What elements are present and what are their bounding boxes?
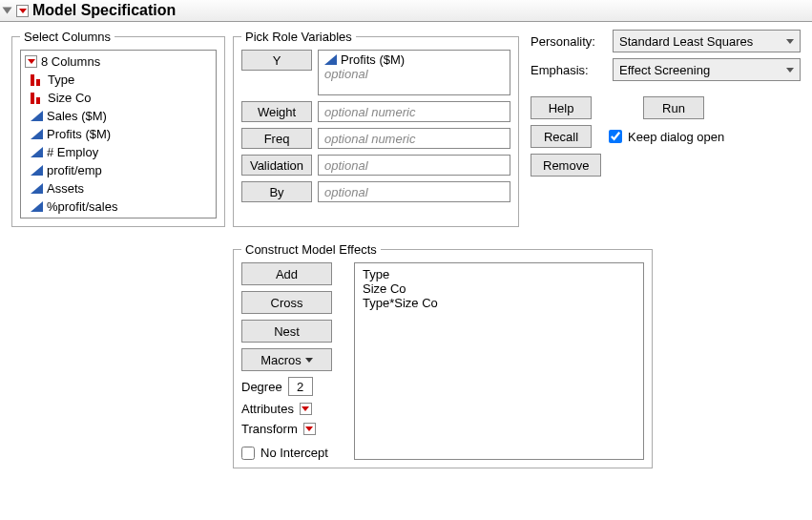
- emphasis-label: Emphasis:: [531, 63, 605, 77]
- continuous-icon: [31, 129, 43, 139]
- column-item-label: # Employ: [47, 145, 98, 159]
- weight-role-field[interactable]: optional numeric: [318, 101, 510, 122]
- disclosure-triangle-icon[interactable]: [3, 8, 12, 14]
- transform-menu-icon[interactable]: [303, 423, 316, 435]
- freq-role-field[interactable]: optional numeric: [318, 128, 510, 149]
- transform-label: Transform: [241, 422, 298, 436]
- column-count-row[interactable]: 8 Columns: [25, 52, 212, 71]
- effect-item[interactable]: Size Co: [363, 281, 635, 296]
- nominal-icon: [31, 74, 44, 86]
- continuous-icon: [31, 111, 43, 121]
- column-item[interactable]: Size Co: [25, 89, 212, 107]
- emphasis-dropdown[interactable]: Effect Screening: [613, 58, 801, 81]
- caret-down-icon: [305, 358, 313, 363]
- no-intercept-checkbox[interactable]: [241, 447, 255, 460]
- macros-dropdown-button[interactable]: Macros: [241, 348, 332, 371]
- cross-effect-button[interactable]: Cross: [241, 291, 332, 314]
- weight-role-button[interactable]: Weight: [241, 101, 312, 122]
- continuous-icon: [31, 183, 43, 194]
- column-item-label: Profits ($M): [47, 127, 111, 141]
- column-list[interactable]: 8 Columns TypeSize CoSales ($M)Profits (…: [20, 50, 217, 218]
- keep-dialog-open-checkbox[interactable]: [609, 130, 622, 143]
- recall-button[interactable]: Recall: [531, 125, 592, 148]
- continuous-icon: [31, 201, 43, 212]
- effect-item[interactable]: Type: [363, 267, 635, 281]
- panel-title: Model Specification: [32, 2, 176, 19]
- effect-item[interactable]: Type*Size Co: [363, 296, 635, 310]
- by-role-button[interactable]: By: [241, 181, 312, 202]
- personality-label: Personality:: [531, 34, 605, 49]
- degree-label: Degree: [241, 380, 282, 394]
- nest-effect-button[interactable]: Nest: [241, 320, 332, 343]
- column-item-label: Size Co: [48, 91, 92, 105]
- nominal-icon: [31, 93, 44, 104]
- y-role-field[interactable]: Profits ($M) optional: [318, 50, 510, 95]
- construct-effects-legend: Construct Model Effects: [241, 242, 381, 257]
- keep-dialog-open-label: Keep dialog open: [628, 130, 724, 144]
- effects-list[interactable]: TypeSize CoType*Size Co: [354, 262, 644, 460]
- column-item[interactable]: Assets: [25, 179, 212, 198]
- y-role-item[interactable]: Profits ($M): [324, 52, 405, 67]
- select-columns-legend: Select Columns: [20, 30, 115, 44]
- column-count-label: 8 Columns: [41, 54, 100, 69]
- red-triangle-menu-icon[interactable]: [16, 5, 29, 17]
- options-column: Personality: Standard Least Squares Emph…: [527, 30, 804, 227]
- select-columns-group: Select Columns 8 Columns TypeSize CoSale…: [11, 30, 225, 227]
- column-item[interactable]: # Employ: [25, 143, 212, 161]
- remove-button[interactable]: Remove: [531, 154, 601, 177]
- validation-role-field[interactable]: optional: [318, 155, 510, 176]
- column-menu-icon[interactable]: [25, 55, 37, 68]
- panel-header: Model Specification: [0, 0, 812, 22]
- continuous-icon: [324, 54, 337, 65]
- column-item[interactable]: profit/emp: [25, 161, 212, 179]
- construct-effects-group: Construct Model Effects Add Cross Nest M…: [233, 242, 653, 468]
- column-item-label: Assets: [47, 181, 84, 196]
- no-intercept-label: No Intercept: [260, 446, 328, 460]
- degree-input[interactable]: [288, 377, 313, 396]
- column-item-label: Type: [48, 73, 74, 87]
- column-item[interactable]: Sales ($M): [25, 107, 212, 125]
- continuous-icon: [31, 165, 43, 176]
- pick-role-group: Pick Role Variables Y Profits ($M) optio…: [233, 30, 519, 227]
- column-item-label: %profit/sales: [47, 199, 117, 214]
- column-item-label: profit/emp: [47, 163, 102, 177]
- pick-role-legend: Pick Role Variables: [241, 30, 356, 44]
- run-button[interactable]: Run: [643, 96, 704, 119]
- attributes-menu-icon[interactable]: [300, 403, 312, 415]
- by-role-field[interactable]: optional: [318, 181, 510, 202]
- personality-dropdown[interactable]: Standard Least Squares: [613, 30, 801, 52]
- y-role-button[interactable]: Y: [241, 50, 312, 71]
- column-item[interactable]: Type: [25, 71, 212, 89]
- add-effect-button[interactable]: Add: [241, 262, 332, 285]
- validation-role-button[interactable]: Validation: [241, 155, 312, 176]
- column-item-label: Sales ($M): [47, 109, 107, 123]
- column-item[interactable]: Profits ($M): [25, 125, 212, 143]
- help-button[interactable]: Help: [531, 96, 592, 119]
- freq-role-button[interactable]: Freq: [241, 128, 312, 149]
- attributes-label: Attributes: [241, 402, 294, 416]
- column-item[interactable]: %profit/sales: [25, 198, 212, 216]
- continuous-icon: [31, 147, 43, 157]
